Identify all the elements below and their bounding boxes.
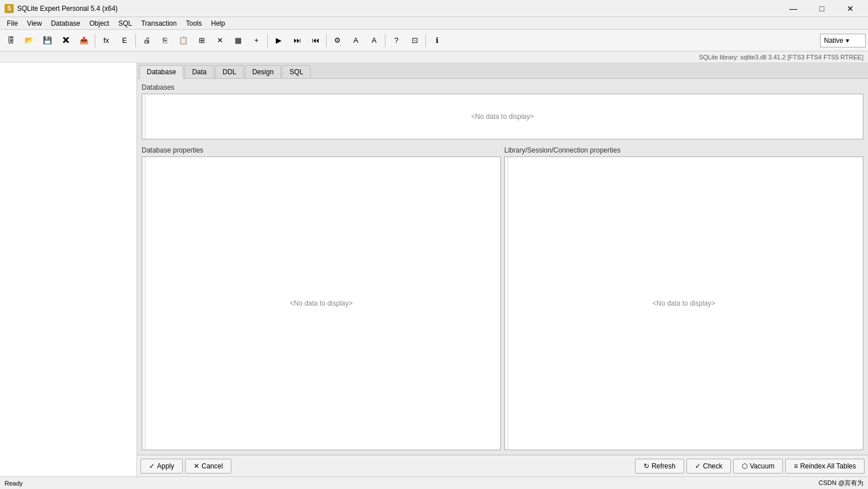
tab-sql[interactable]: SQL (282, 65, 311, 78)
toolbar-separator (95, 34, 95, 47)
action-bar-left: ✓ Apply ✕ Cancel (140, 459, 231, 474)
check-icon: ✓ (695, 462, 701, 470)
excel-toolbar-btn[interactable]: E (116, 32, 133, 49)
back-toolbar-btn[interactable]: ⏮ (307, 32, 324, 49)
action-bar-right: ↻ Refresh ✓ Check ⬡ Vacuum ≡ Reindex All… (635, 459, 865, 474)
db-properties-grid: <No data to display> (142, 157, 501, 450)
copy-toolbar-btn[interactable]: ⎘ (156, 32, 174, 49)
db-properties-no-data: <No data to display> (290, 299, 352, 307)
toolbar: 🗄📂💾🗙📤fxE🖨⎘📋⊞✕▦+▶⏭⏮⚙AA?⊡ℹ Native ▾ (0, 30, 868, 51)
refresh-icon: ↻ (644, 462, 649, 470)
apply-icon: ✓ (149, 462, 155, 470)
paste-toolbar-btn[interactable]: 📋 (175, 32, 192, 49)
toolbar-separator (326, 34, 327, 47)
vacuum-label: Vacuum (750, 462, 774, 470)
open-db-toolbar-btn[interactable]: 📂 (21, 32, 38, 49)
cancel-icon: ✕ (194, 462, 199, 470)
table-toolbar-btn[interactable]: ▦ (230, 32, 247, 49)
reindex-button[interactable]: ≡ Reindex All Tables (785, 459, 865, 474)
title-bar-controls: — □ ✕ (780, 0, 863, 17)
title-text: SQLite Expert Personal 5.4 (x64) (17, 5, 118, 13)
apply-label: Apply (157, 462, 174, 470)
delete-toolbar-btn[interactable]: ✕ (211, 32, 228, 49)
refresh-label: Refresh (652, 462, 676, 470)
toolbar-separator (385, 34, 385, 47)
layout-toolbar-btn[interactable]: ⊡ (406, 32, 423, 49)
font-bigger-toolbar-btn[interactable]: A (347, 32, 364, 49)
native-label: Native (824, 37, 843, 45)
check-label: Check (703, 462, 722, 470)
tab-content: Databases <No data to display> Database … (137, 79, 868, 455)
minimize-button[interactable]: — (780, 0, 806, 17)
menu-item-sql[interactable]: SQL (114, 17, 136, 30)
font-smaller-toolbar-btn[interactable]: A (365, 32, 383, 49)
cancel-label: Cancel (202, 462, 223, 470)
vacuum-button[interactable]: ⬡ Vacuum (733, 459, 783, 474)
lib-properties-grid: <No data to display> (504, 157, 863, 450)
close-button[interactable]: ✕ (837, 0, 863, 17)
menu-item-database[interactable]: Database (46, 17, 85, 30)
databases-label: Databases (142, 83, 863, 91)
print-toolbar-btn[interactable]: 🖨 (138, 32, 155, 49)
databases-grid-row-header (142, 94, 146, 139)
dropdown-arrow-icon: ▾ (846, 37, 849, 45)
menu-item-view[interactable]: View (22, 17, 46, 30)
menu-item-file[interactable]: File (2, 17, 22, 30)
formula-toolbar-btn[interactable]: fx (98, 32, 115, 49)
new-db-toolbar-btn[interactable]: 🗄 (2, 32, 19, 49)
lib-props-row-header (505, 157, 508, 450)
maximize-button[interactable]: □ (809, 0, 835, 17)
add-table-toolbar-btn[interactable]: + (248, 32, 265, 49)
toolbar-separator (425, 34, 426, 47)
save-toolbar-btn[interactable]: 💾 (39, 32, 56, 49)
lib-properties-label: Library/Session/Connection properties (504, 146, 863, 154)
apply-button[interactable]: ✓ Apply (140, 459, 183, 474)
db-properties-panel: Database properties <No data to display> (142, 146, 501, 450)
toolbar-separator (135, 34, 136, 47)
databases-no-data: <No data to display> (471, 113, 534, 121)
toolbar-separator (267, 34, 268, 47)
menu-bar: FileViewDatabaseObjectSQLTransactionTool… (0, 17, 868, 30)
tab-ddl[interactable]: DDL (215, 65, 244, 78)
lib-properties-no-data: <No data to display> (652, 299, 715, 307)
menu-item-transaction[interactable]: Transaction (136, 17, 181, 30)
sidebar (0, 63, 137, 476)
main-layout: DatabaseDataDDLDesignSQL Databases <No d… (0, 63, 868, 476)
ready-text: Ready (5, 480, 23, 487)
tab-design[interactable]: Design (245, 65, 281, 78)
databases-section: Databases <No data to display> (142, 83, 863, 139)
title-bar: S SQLite Expert Personal 5.4 (x64) — □ ✕ (0, 0, 868, 17)
sqlite-info-text: SQLite library: sqlite3.dll 3.41.2 [FTS3… (699, 54, 863, 61)
title-bar-left: S SQLite Expert Personal 5.4 (x64) (5, 4, 118, 13)
export-toolbar-btn[interactable]: 📤 (75, 32, 93, 49)
databases-grid: <No data to display> (142, 94, 863, 139)
help-toolbar-btn[interactable]: ? (388, 32, 405, 49)
refresh-button[interactable]: ↻ Refresh (635, 459, 684, 474)
native-dropdown[interactable]: Native ▾ (820, 34, 866, 47)
db-properties-label: Database properties (142, 146, 501, 154)
menu-item-tools[interactable]: Tools (181, 17, 206, 30)
lib-properties-panel: Library/Session/Connection properties <N… (504, 146, 863, 450)
grid-toolbar-btn[interactable]: ⊞ (193, 32, 210, 49)
status-bar: Ready CSDN @宾有为 (0, 476, 868, 489)
reindex-icon: ≡ (794, 462, 798, 470)
db-props-row-header (142, 157, 146, 450)
tab-database[interactable]: Database (139, 65, 183, 79)
tab-bar: DatabaseDataDDLDesignSQL (137, 63, 868, 79)
info-bar: SQLite library: sqlite3.dll 3.41.2 [FTS3… (0, 51, 868, 63)
action-bar: ✓ Apply ✕ Cancel ↻ Refresh ✓ Check (137, 455, 868, 476)
close-db-toolbar-btn[interactable]: 🗙 (57, 32, 74, 49)
cancel-button[interactable]: ✕ Cancel (185, 459, 231, 474)
menu-item-help[interactable]: Help (206, 17, 230, 30)
step-toolbar-btn[interactable]: ⏭ (288, 32, 306, 49)
play-toolbar-btn[interactable]: ▶ (270, 32, 287, 49)
vacuum-icon: ⬡ (742, 462, 748, 470)
reindex-label: Reindex All Tables (800, 462, 856, 470)
menu-item-object[interactable]: Object (85, 17, 114, 30)
settings-toolbar-btn[interactable]: ⚙ (329, 32, 346, 49)
credit-text: CSDN @宾有为 (819, 479, 863, 487)
tab-data[interactable]: Data (184, 65, 214, 78)
check-button[interactable]: ✓ Check (686, 459, 731, 474)
toolbar-left: 🗄📂💾🗙📤fxE🖨⎘📋⊞✕▦+▶⏭⏮⚙AA?⊡ℹ (2, 32, 445, 49)
info-toolbar-btn[interactable]: ℹ (428, 32, 445, 49)
